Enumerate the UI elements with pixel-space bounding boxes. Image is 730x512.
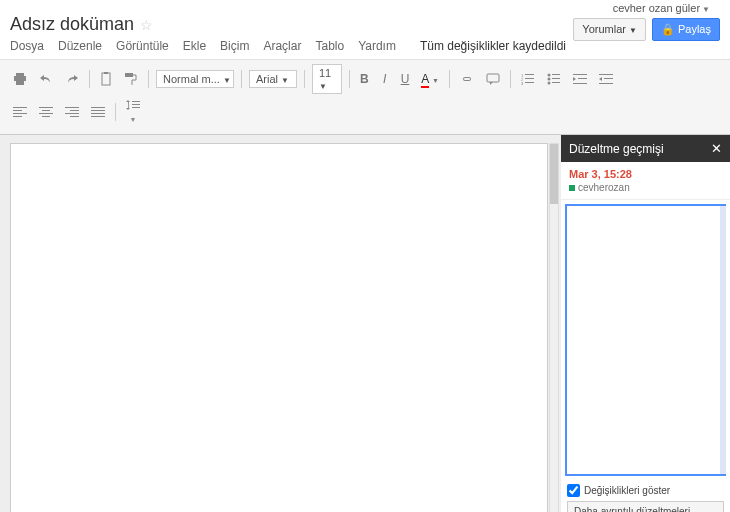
- svg-point-15: [547, 78, 550, 81]
- svg-rect-16: [552, 78, 560, 79]
- toolbar: Normal m... ▼ Arial ▼ 11 ▼ B I U A ▼ 123…: [0, 59, 730, 135]
- svg-rect-32: [42, 116, 50, 117]
- line-spacing-icon[interactable]: ▼: [121, 96, 145, 128]
- preview-scrollbar[interactable]: [720, 206, 726, 474]
- revision-preview[interactable]: [565, 204, 726, 476]
- svg-rect-8: [525, 74, 534, 75]
- svg-rect-38: [91, 110, 105, 111]
- revision-item[interactable]: Mar 3, 15:28 cevherozan: [561, 162, 730, 200]
- svg-rect-22: [599, 74, 613, 75]
- svg-rect-23: [604, 78, 613, 79]
- menu-format[interactable]: Biçim: [220, 39, 249, 53]
- paint-format-icon[interactable]: [119, 69, 143, 89]
- redo-icon[interactable]: [60, 70, 84, 88]
- show-changes-input[interactable]: [567, 484, 580, 497]
- revision-panel: Düzeltme geçmişi ✕ Mar 3, 15:28 cevheroz…: [561, 135, 730, 512]
- numbered-list-icon[interactable]: 123: [516, 70, 540, 88]
- print-icon[interactable]: [8, 70, 32, 88]
- menu-help[interactable]: Yardım: [358, 39, 396, 53]
- svg-text:3: 3: [521, 81, 524, 85]
- lock-icon: 🔒: [661, 23, 675, 35]
- svg-rect-44: [132, 107, 140, 108]
- svg-rect-6: [487, 74, 499, 82]
- menu-view[interactable]: Görüntüle: [116, 39, 169, 53]
- underline-button[interactable]: U: [396, 69, 415, 89]
- svg-rect-2: [16, 81, 24, 85]
- menu-edit[interactable]: Düzenle: [58, 39, 102, 53]
- svg-rect-26: [13, 110, 22, 111]
- share-button[interactable]: 🔒Paylaş: [652, 18, 720, 41]
- font-select[interactable]: Arial ▼: [249, 70, 297, 88]
- close-icon[interactable]: ✕: [711, 141, 722, 156]
- svg-rect-28: [13, 116, 22, 117]
- comments-button[interactable]: Yorumlar ▼: [573, 18, 646, 41]
- svg-rect-25: [13, 107, 27, 108]
- revision-user: cevherozan: [569, 182, 722, 193]
- svg-rect-33: [65, 107, 79, 108]
- svg-rect-40: [91, 116, 105, 117]
- comment-icon[interactable]: [481, 70, 505, 88]
- svg-rect-3: [102, 73, 110, 85]
- menu-insert[interactable]: Ekle: [183, 39, 206, 53]
- svg-rect-0: [16, 73, 24, 76]
- user-color-icon: [569, 185, 575, 191]
- user-name[interactable]: cevher ozan güler▼: [613, 2, 710, 14]
- svg-rect-35: [65, 113, 79, 114]
- svg-point-17: [547, 82, 550, 85]
- svg-point-13: [547, 74, 550, 77]
- indent-icon[interactable]: [594, 70, 618, 88]
- content-area: ◄ ► Düzeltme geçmişi ✕ Mar 3, 15:28 cevh…: [0, 135, 730, 512]
- star-icon[interactable]: ☆: [140, 17, 153, 33]
- scrollbar-thumb[interactable]: [550, 144, 558, 204]
- save-status: Tüm değişiklikler kaydedildi: [420, 39, 566, 53]
- document-title[interactable]: Adsız doküman: [10, 14, 134, 35]
- svg-rect-10: [525, 78, 534, 79]
- outdent-icon[interactable]: [568, 70, 592, 88]
- user-dropdown-icon: ▼: [702, 5, 710, 14]
- panel-title: Düzeltme geçmişi: [569, 142, 664, 156]
- svg-rect-24: [599, 83, 613, 84]
- align-center-icon[interactable]: [34, 103, 58, 121]
- svg-rect-36: [70, 116, 79, 117]
- bullet-list-icon[interactable]: [542, 70, 566, 88]
- svg-rect-27: [13, 113, 27, 114]
- svg-rect-18: [552, 82, 560, 83]
- svg-rect-29: [39, 107, 53, 108]
- style-select[interactable]: Normal m... ▼: [156, 70, 234, 88]
- svg-rect-12: [525, 82, 534, 83]
- bold-button[interactable]: B: [355, 69, 374, 89]
- italic-button[interactable]: I: [376, 69, 394, 89]
- svg-rect-5: [125, 73, 133, 77]
- menu-file[interactable]: Dosya: [10, 39, 44, 53]
- text-color-button[interactable]: A ▼: [416, 69, 444, 89]
- show-changes-checkbox[interactable]: Değişiklikleri göster: [567, 484, 724, 497]
- link-icon[interactable]: [455, 71, 479, 87]
- svg-rect-39: [91, 113, 105, 114]
- clipboard-icon[interactable]: [95, 69, 117, 89]
- fontsize-select[interactable]: 11 ▼: [312, 64, 342, 94]
- svg-rect-4: [104, 72, 108, 74]
- menu-table[interactable]: Tablo: [315, 39, 344, 53]
- document-page[interactable]: [10, 143, 548, 512]
- svg-rect-21: [573, 83, 587, 84]
- svg-rect-41: [128, 102, 129, 108]
- align-right-icon[interactable]: [60, 103, 84, 121]
- menu-tools[interactable]: Araçlar: [263, 39, 301, 53]
- svg-rect-42: [132, 101, 140, 102]
- align-left-icon[interactable]: [8, 103, 32, 121]
- svg-rect-19: [573, 74, 587, 75]
- svg-rect-20: [578, 78, 587, 79]
- svg-rect-31: [39, 113, 53, 114]
- undo-icon[interactable]: [34, 70, 58, 88]
- vertical-scrollbar[interactable]: [549, 143, 559, 512]
- svg-rect-1: [14, 76, 26, 81]
- svg-rect-37: [91, 107, 105, 108]
- detailed-revisions-button[interactable]: Daha ayrıntılı düzeltmeleri göster: [567, 501, 724, 512]
- dropdown-icon: ▼: [629, 26, 637, 35]
- revision-date: Mar 3, 15:28: [569, 168, 722, 180]
- svg-rect-43: [132, 104, 140, 105]
- align-justify-icon[interactable]: [86, 103, 110, 121]
- panel-header: Düzeltme geçmişi ✕: [561, 135, 730, 162]
- svg-rect-14: [552, 74, 560, 75]
- svg-rect-30: [42, 110, 50, 111]
